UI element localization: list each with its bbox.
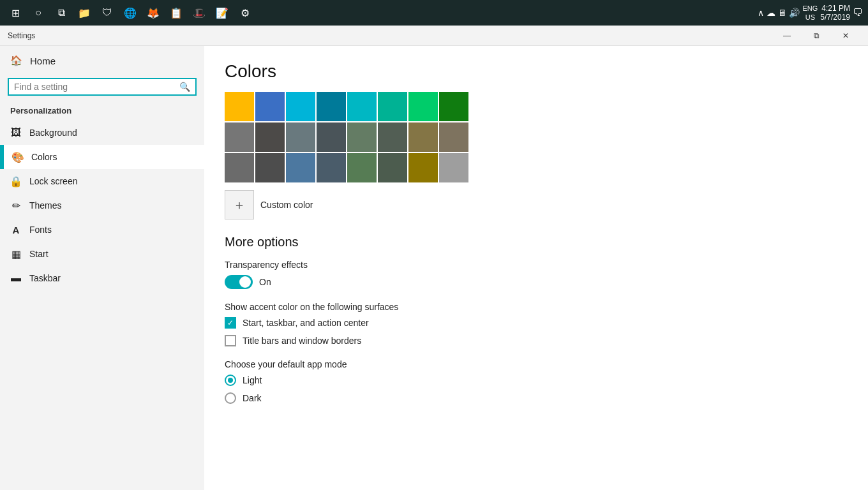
sidebar-home[interactable]: 🏠 Home (0, 46, 204, 75)
taskbar-time: 4:21 PM (820, 4, 850, 13)
taskbar-date: 5/7/2019 (820, 13, 850, 22)
window-title: Settings (8, 31, 772, 40)
color-swatch[interactable] (408, 153, 438, 182)
custom-color-label: Custom color (260, 200, 313, 210)
search-icon[interactable]: ○ (28, 3, 49, 23)
app-mode-group: Choose your default app mode Light Dark (225, 359, 848, 404)
radio-dot (228, 378, 233, 383)
taskbar-systray: ∧ ☁ 🖥 🔊 (758, 8, 800, 18)
color-swatch[interactable] (408, 92, 438, 121)
checkbox-row-1: ✓ Start, taskbar, and action center (225, 317, 848, 329)
checkbox-taskbar-label: Start, taskbar, and action center (243, 318, 369, 328)
hat-icon[interactable]: 🎩 (189, 3, 209, 23)
notification-icon[interactable]: 🗨 (853, 7, 863, 19)
sidebar-item-taskbar[interactable]: ▬ Taskbar (0, 266, 204, 290)
color-row-2 (225, 122, 848, 152)
sidebar-item-label: Lock screen (29, 176, 77, 186)
main-content: Colors (204, 46, 868, 490)
color-swatch[interactable] (286, 92, 315, 121)
fonts-icon: A (10, 224, 22, 235)
color-swatch[interactable] (378, 92, 407, 121)
sidebar-item-colors[interactable]: 🎨 Colors (0, 145, 204, 169)
firefox-icon[interactable]: 🦊 (143, 3, 163, 23)
color-swatch[interactable] (347, 92, 377, 121)
radio-light[interactable] (225, 375, 236, 386)
transparency-toggle-row: On (225, 275, 848, 289)
color-grid (225, 92, 848, 182)
transparency-group: Transparency effects On (225, 260, 848, 289)
accent-surface-group: Show accent color on the following surfa… (225, 302, 848, 346)
color-swatch[interactable] (347, 153, 377, 182)
more-options-title: More options (225, 235, 848, 249)
minimize-button[interactable]: — (772, 26, 802, 46)
sticky-notes-icon[interactable]: 📝 (212, 3, 232, 23)
checkbox-titlebars[interactable] (225, 335, 236, 346)
color-swatch[interactable] (347, 122, 377, 152)
chrome-icon[interactable]: 🌐 (120, 3, 140, 23)
lock-icon: 🔒 (10, 175, 22, 187)
checkbox-taskbar[interactable]: ✓ (225, 317, 236, 329)
color-swatch[interactable] (378, 122, 407, 152)
color-swatch[interactable] (378, 153, 407, 182)
home-label: Home (30, 56, 56, 66)
color-swatch[interactable] (317, 92, 346, 121)
page-title: Colors (225, 61, 848, 82)
transparency-toggle[interactable] (225, 275, 253, 289)
sidebar: 🏠 Home 🔍 Personalization 🖼 Background 🎨 … (0, 46, 204, 490)
color-swatch[interactable] (317, 153, 346, 182)
color-swatch[interactable] (225, 153, 254, 182)
home-icon: 🏠 (10, 55, 22, 66)
window-body: 🏠 Home 🔍 Personalization 🖼 Background 🎨 … (0, 46, 868, 490)
sidebar-item-lock-screen[interactable]: 🔒 Lock screen (0, 169, 204, 193)
background-icon: 🖼 (10, 127, 22, 138)
color-swatch[interactable] (317, 122, 346, 152)
sidebar-item-background[interactable]: 🖼 Background (0, 121, 204, 145)
taskbar-icons: ⊞ ○ ⧉ 📁 🛡 🌐 🦊 📋 🎩 📝 ⚙ (5, 3, 255, 23)
color-swatch[interactable] (286, 153, 315, 182)
radio-dark[interactable] (225, 392, 236, 404)
color-swatch[interactable] (439, 122, 468, 152)
sidebar-item-themes[interactable]: ✏ Themes (0, 193, 204, 218)
taskbar-right: ∧ ☁ 🖥 🔊 ENG US 4:21 PM 5/7/2019 🗨 (752, 0, 868, 26)
badlion-icon[interactable]: 🛡 (97, 3, 117, 23)
color-row-3 (225, 153, 848, 182)
transparency-label: Transparency effects (225, 260, 848, 270)
custom-color-button[interactable]: ＋ (225, 190, 254, 219)
checkbox-titlebars-label: Title bars and window borders (243, 336, 361, 346)
color-swatch[interactable] (439, 153, 468, 182)
sidebar-item-label: Fonts (29, 225, 52, 235)
start-icon[interactable]: ⊞ (5, 3, 26, 23)
app-mode-label: Choose your default app mode (225, 359, 848, 369)
taskbar: ⊞ ○ ⧉ 📁 🛡 🌐 🦊 📋 🎩 📝 ⚙ ∧ ☁ 🖥 🔊 ENG US 4:2… (0, 0, 868, 26)
task-view-icon[interactable]: ⧉ (51, 3, 71, 23)
title-bar: Settings — ⧉ ✕ (0, 26, 868, 46)
close-button[interactable]: ✕ (831, 26, 860, 46)
notes-icon[interactable]: 📋 (166, 3, 186, 23)
sidebar-item-label: Colors (31, 152, 57, 162)
color-swatch[interactable] (255, 122, 285, 152)
color-swatch[interactable] (439, 92, 468, 121)
sidebar-item-label: Start (29, 249, 49, 259)
color-swatch[interactable] (225, 122, 254, 152)
themes-icon: ✏ (10, 200, 22, 211)
search-input[interactable] (14, 82, 179, 92)
taskbar-clock[interactable]: 4:21 PM 5/7/2019 (820, 4, 850, 22)
color-swatch[interactable] (255, 153, 285, 182)
color-swatch[interactable] (225, 92, 254, 121)
settings-window: Settings — ⧉ ✕ 🏠 Home 🔍 Personalization … (0, 26, 868, 490)
file-explorer-icon[interactable]: 📁 (74, 3, 94, 23)
sidebar-section-title: Personalization (0, 101, 204, 121)
color-swatch[interactable] (408, 122, 438, 152)
maximize-button[interactable]: ⧉ (802, 26, 831, 46)
start-menu-icon: ▦ (10, 248, 22, 260)
radio-light-label: Light (243, 375, 262, 385)
color-swatch[interactable] (255, 92, 285, 121)
color-swatch[interactable] (286, 122, 315, 152)
transparency-on-label: On (259, 277, 271, 287)
search-box[interactable]: 🔍 (8, 78, 197, 96)
color-row-1 (225, 92, 848, 121)
sidebar-item-label: Background (29, 128, 77, 138)
sidebar-item-start[interactable]: ▦ Start (0, 242, 204, 266)
settings-taskbar-icon[interactable]: ⚙ (235, 3, 255, 23)
sidebar-item-fonts[interactable]: A Fonts (0, 218, 204, 242)
